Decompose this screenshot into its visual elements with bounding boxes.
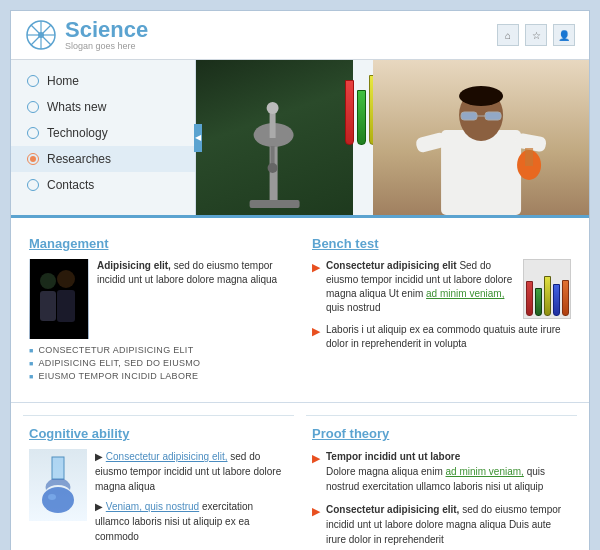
scientist-svg [373, 60, 589, 215]
bullet-item-2: ADIPISICING ELIT, SED DO EIUSMO [29, 358, 288, 368]
nav-sidebar: Home Whats new Technology Researches Con… [11, 60, 196, 215]
management-title[interactable]: Management [29, 236, 288, 251]
page-wrapper: Science Slogan goes here ⌂ ☆ 👤 ◀ Home Wh… [10, 10, 590, 550]
proof-item-1-link[interactable]: ad minim veniam, [446, 466, 524, 477]
proof-item-2: ▶ Consectetur adipisicing elit, sed do e… [312, 502, 571, 547]
logo-area: Science Slogan goes here [25, 19, 148, 51]
bench-arrow-2: ▶ [312, 324, 320, 351]
svg-rect-27 [57, 290, 75, 322]
svg-point-26 [57, 270, 75, 288]
bench-test-box: Bench test ▶ Consectetur adipisicing [306, 230, 577, 390]
logo-text-block: Science Slogan goes here [65, 19, 148, 51]
hero-bg-left [196, 60, 353, 215]
bench-tubes-image [523, 259, 571, 319]
flask-image [29, 449, 87, 521]
proof-item-1-text: Dolore magna aliqua enim [326, 466, 446, 477]
svg-rect-15 [461, 112, 477, 120]
svg-rect-21 [525, 148, 533, 166]
proof-arrow-2: ▶ [312, 503, 320, 547]
management-intro-strong: Adipisicing elit, [97, 260, 171, 271]
nav-label-researches: Researches [47, 152, 111, 166]
svg-rect-9 [270, 110, 276, 138]
bench-item-1-link[interactable]: ad minim veniam, [426, 288, 504, 299]
svg-point-10 [267, 102, 279, 114]
proof-item-1-strong: Tempor incidid unt ut labore [326, 451, 460, 462]
proof-arrow-1: ▶ [312, 450, 320, 494]
bench-item-1-strong: Consectetur adipisicing elit [326, 260, 457, 271]
management-image [29, 259, 89, 339]
nav-radio-home [27, 75, 39, 87]
person-button[interactable]: 👤 [553, 24, 575, 46]
nav-radio-contacts [27, 179, 39, 191]
proof-content: ▶ Tempor incidid unt ut labore Dolore ma… [312, 449, 571, 547]
bookmark-button[interactable]: ☆ [525, 24, 547, 46]
svg-rect-13 [441, 130, 521, 215]
svg-point-30 [48, 494, 56, 500]
bench-arrow-1: ▶ [312, 260, 320, 315]
flask-svg [38, 455, 78, 515]
bullet-item-3: EIUSMO TEMPOR INCIDID LABORE [29, 371, 288, 381]
svg-point-5 [38, 32, 44, 38]
cognitive-link-2[interactable]: Veniam, quis nostrud [106, 501, 199, 512]
microscope-svg [196, 60, 353, 215]
main-content: Management Adipisicing elit, sed d [11, 218, 589, 550]
nav-radio-technology [27, 127, 39, 139]
nav-item-researches[interactable]: Researches [11, 146, 195, 172]
bench-item-1-text: Consectetur adipisicing elit Sed do eius… [326, 259, 517, 315]
svg-point-24 [40, 273, 56, 289]
cognitive-link-1[interactable]: Consectetur adipisicing elit, [106, 451, 228, 462]
nav-label-home: Home [47, 74, 79, 88]
proof-item-1-text: Tempor incidid unt ut labore Dolore magn… [326, 449, 571, 494]
nav-label-whatsnew: Whats new [47, 100, 106, 114]
bullet-item-1: CONSECTETUR ADIPISICING ELIT [29, 345, 288, 355]
content-divider [11, 402, 589, 403]
proof-item-2-strong: Consectetur adipisicing elit, [326, 504, 459, 515]
svg-rect-25 [40, 291, 56, 321]
svg-rect-16 [485, 112, 501, 120]
proof-box: Proof theory ▶ Tempor incidid unt ut lab… [306, 415, 577, 550]
svg-point-22 [459, 86, 503, 106]
svg-point-12 [268, 163, 278, 173]
hero-bg-right [373, 60, 589, 215]
cognitive-text: ▶ Consectetur adipisicing elit, sed do e… [95, 449, 288, 544]
logo-icon [25, 19, 57, 51]
hero-image [196, 60, 589, 215]
management-image-row: Adipisicing elit, sed do eiusmo tempor i… [29, 259, 288, 339]
nav-item-contacts[interactable]: Contacts [11, 172, 195, 198]
proof-item-1: ▶ Tempor incidid unt ut labore Dolore ma… [312, 449, 571, 494]
cognitive-box: Cognitive ability ▶ Consectetur adipisic… [23, 415, 294, 550]
nav-label-technology: Technology [47, 126, 108, 140]
proof-title[interactable]: Proof theory [312, 426, 571, 441]
bench-test-title[interactable]: Bench test [312, 236, 571, 251]
management-box: Management Adipisicing elit, sed d [23, 230, 294, 390]
logo-title: Science [65, 19, 148, 41]
management-text: Adipisicing elit, sed do eiusmo tempor i… [97, 259, 288, 339]
header-icons: ⌂ ☆ 👤 [497, 24, 575, 46]
nav-item-home[interactable]: Home [11, 68, 195, 94]
nav-item-whatsnew[interactable]: Whats new [11, 94, 195, 120]
cognitive-title[interactable]: Cognitive ability [29, 426, 288, 441]
side-tab: ◀ [194, 124, 202, 152]
logo-slogan: Slogan goes here [65, 41, 148, 51]
proof-item-2-text: Consectetur adipisicing elit, sed do eiu… [326, 502, 571, 547]
management-bullets: CONSECTETUR ADIPISICING ELIT ADIPISICING… [29, 345, 288, 381]
svg-point-29 [42, 487, 74, 513]
svg-rect-6 [250, 200, 300, 208]
bench-item-2: ▶ Laboris i ut aliquip ex ea commodo qua… [312, 323, 571, 351]
home-button[interactable]: ⌂ [497, 24, 519, 46]
nav-label-contacts: Contacts [47, 178, 94, 192]
header: Science Slogan goes here ⌂ ☆ 👤 [11, 11, 589, 60]
nav-hero-section: ◀ Home Whats new Technology Researches [11, 60, 589, 218]
nav-radio-whatsnew [27, 101, 39, 113]
nav-radio-researches [27, 153, 39, 165]
svg-rect-28 [52, 457, 64, 479]
bench-test-content: ▶ Consectetur adipisicing elit Sed do ei… [312, 259, 571, 351]
bench-item-1: ▶ Consectetur adipisicing elit Sed do ei… [312, 259, 517, 315]
nav-item-technology[interactable]: Technology [11, 120, 195, 146]
people-svg [30, 259, 88, 339]
bench-item-1-text2: quis nostrud [326, 302, 380, 313]
bench-item-2-text: Laboris i ut aliquip ex ea commodo quatu… [326, 323, 571, 351]
